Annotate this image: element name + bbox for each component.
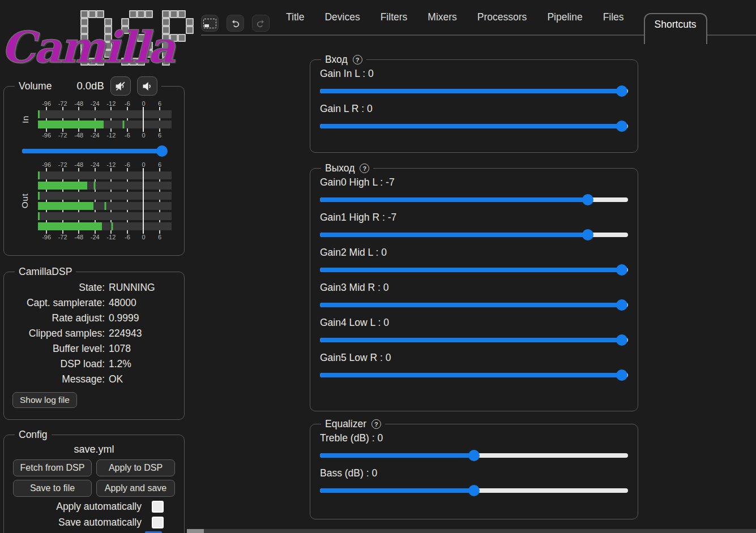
meter-scale-tick-label: -48 bbox=[74, 161, 83, 168]
meter-scale-tick-label: 6 bbox=[158, 161, 161, 168]
tab-devices[interactable]: Devices bbox=[324, 10, 360, 24]
slider-gain-in-l[interactable] bbox=[320, 85, 628, 97]
pixel-cell bbox=[186, 18, 194, 26]
status-label-dsp-load: DSP load: bbox=[12, 356, 105, 372]
slider-gain1-high-r[interactable] bbox=[320, 229, 628, 240]
slider-treble-db[interactable] bbox=[320, 450, 628, 461]
slider-thumb[interactable] bbox=[582, 194, 593, 205]
meter-scale-tick-label: -24 bbox=[91, 161, 100, 168]
pixel-cell bbox=[178, 34, 186, 42]
slider-bass-db[interactable] bbox=[320, 485, 628, 496]
slider-gain5-low-r[interactable] bbox=[320, 369, 628, 381]
meter-label-text: In bbox=[20, 115, 31, 123]
meter-scale-tick-label: 0 bbox=[142, 132, 145, 139]
save-automatically-checkbox[interactable] bbox=[152, 517, 164, 528]
slider-item-gain0-high-l: Gain0 High L : -7 bbox=[320, 177, 628, 205]
compact-view-button[interactable] bbox=[201, 15, 219, 32]
meter-fill bbox=[38, 182, 87, 190]
meter-scale-tick-label: -6 bbox=[125, 161, 130, 168]
meter-fill bbox=[38, 110, 40, 118]
status-value-dsp-load: 1.2% bbox=[109, 356, 176, 372]
show-log-file-button[interactable]: Show log file bbox=[12, 392, 77, 408]
slider-thumb[interactable] bbox=[616, 264, 627, 276]
tab-mixers[interactable]: Mixers bbox=[427, 10, 458, 24]
meter-bar bbox=[38, 222, 172, 230]
slider-thumb[interactable] bbox=[616, 369, 627, 381]
checkbox-row: Save automatically bbox=[12, 517, 176, 528]
meter-peak-indicator bbox=[105, 202, 106, 210]
slider-item-gain-l-r: Gain L R : 0 bbox=[320, 103, 628, 132]
volume-slider-fill bbox=[22, 149, 162, 153]
meter-scale-tick-label: -12 bbox=[106, 161, 116, 168]
meter-scale-tick-label: -6 bbox=[125, 132, 130, 139]
horizontal-scrollbar-thumb[interactable] bbox=[187, 529, 204, 533]
status-label-state: State: bbox=[12, 280, 105, 295]
volume-panel: Volume 0.0dB In-96-72-48-24-12-606-96-72… bbox=[3, 76, 185, 256]
dashed-rectangle-icon bbox=[203, 19, 216, 28]
mute-button[interactable] bbox=[110, 76, 131, 96]
volume-slider[interactable] bbox=[22, 145, 166, 157]
slider-fill bbox=[320, 338, 622, 342]
slider-fill bbox=[320, 453, 474, 458]
slider-gain2-mid-l[interactable] bbox=[320, 264, 628, 276]
section-legend-output: Выход? bbox=[321, 162, 373, 174]
save-automatically-label: Save automatically bbox=[58, 517, 142, 528]
tab-shortcuts[interactable]: Shortcuts bbox=[644, 13, 707, 44]
slider-item-gain5-low-r: Gain5 Low R : 0 bbox=[320, 352, 628, 381]
meter-scale-tick-label: -48 bbox=[74, 100, 83, 107]
fetch-from-dsp-button[interactable]: Fetch from DSP bbox=[13, 459, 92, 476]
tab-title[interactable]: Title bbox=[285, 10, 305, 24]
tab-pipeline[interactable]: Pipeline bbox=[546, 10, 583, 24]
top-bar: TitleDevicesFiltersMixersProcessorsPipel… bbox=[201, 0, 756, 43]
slider-gain-l-r[interactable] bbox=[320, 121, 628, 132]
redo-button[interactable] bbox=[252, 15, 270, 32]
slider-thumb[interactable] bbox=[616, 299, 627, 311]
tab-filters[interactable]: Filters bbox=[380, 10, 408, 24]
meter-scale-tick-label: -72 bbox=[58, 100, 67, 107]
meter-scale-row: -96-72-48-24-12-606 bbox=[38, 234, 172, 240]
help-icon[interactable]: ? bbox=[360, 164, 369, 173]
level-meter-out: Out-96-72-48-24-12-606-96-72-48-24-12-60… bbox=[12, 161, 176, 240]
volume-slider-thumb[interactable] bbox=[156, 145, 168, 157]
slider-item-gain4-low-l: Gain4 Low L : 0 bbox=[320, 317, 628, 346]
apply-to-dsp-button[interactable]: Apply to DSP bbox=[96, 459, 175, 476]
apply-automatically-checkbox[interactable] bbox=[152, 501, 164, 513]
logo-camilla-script: Camilla bbox=[1, 26, 174, 69]
help-icon[interactable]: ? bbox=[371, 419, 381, 429]
slider-thumb[interactable] bbox=[468, 450, 480, 461]
slider-fill bbox=[320, 373, 622, 377]
slider-gain3-mid-r[interactable] bbox=[320, 299, 628, 311]
meter-scale-tick-label: -96 bbox=[42, 234, 51, 240]
meter-peak-indicator bbox=[111, 222, 113, 230]
slider-label-treble-db: Treble (dB) : 0 bbox=[320, 432, 628, 445]
status-label-buffer-level: Buffer level: bbox=[12, 341, 105, 356]
pixel-cell bbox=[137, 10, 145, 18]
slider-thumb[interactable] bbox=[616, 121, 627, 132]
meter-scale-tick-label: -24 bbox=[91, 234, 100, 240]
slider-thumb[interactable] bbox=[468, 485, 480, 496]
meter-label-text: Out bbox=[20, 194, 30, 208]
slider-gain0-high-l[interactable] bbox=[320, 194, 628, 205]
undo-button[interactable] bbox=[227, 15, 244, 32]
volume-button[interactable] bbox=[137, 76, 157, 96]
section-legend-equalizer: Equalizer? bbox=[321, 418, 385, 430]
apply-and-save-button[interactable]: Apply and save bbox=[96, 480, 175, 497]
save-to-file-button[interactable]: Save to file bbox=[13, 480, 92, 497]
slider-thumb[interactable] bbox=[582, 229, 593, 240]
meter-scale-tick-label: -72 bbox=[58, 132, 67, 139]
tab-files[interactable]: Files bbox=[603, 10, 625, 24]
status-label-clipped-samples: Clipped samples: bbox=[12, 326, 105, 341]
horizontal-scrollbar[interactable] bbox=[187, 529, 756, 533]
slider-item-gain3-mid-r: Gain3 Mid R : 0 bbox=[320, 282, 628, 311]
meter-peak-indicator bbox=[123, 121, 125, 128]
slider-label-gain3-mid-r: Gain3 Mid R : 0 bbox=[320, 282, 628, 294]
meter-scale-tick-label: -24 bbox=[91, 132, 100, 139]
tab-processors[interactable]: Processors bbox=[477, 10, 528, 24]
slider-thumb[interactable] bbox=[616, 85, 627, 97]
help-icon[interactable]: ? bbox=[353, 55, 362, 65]
slider-gain4-low-l[interactable] bbox=[320, 334, 628, 346]
meter-scale-tick-label: -48 bbox=[74, 234, 83, 240]
volume-title: Volume bbox=[19, 80, 52, 92]
slider-thumb[interactable] bbox=[616, 334, 627, 346]
meter-bar bbox=[38, 182, 172, 190]
